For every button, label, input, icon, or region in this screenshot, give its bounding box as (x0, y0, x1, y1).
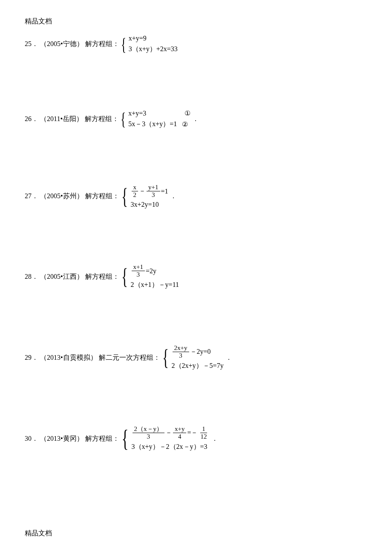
problem-26: 26． （2011•岳阳） 解方程组： { x+y=3 ① 5x－3（x+y）=… (25, 109, 367, 129)
left-brace-icon: { (162, 347, 169, 369)
fraction: x+1 3 (132, 264, 145, 278)
problem-label: 27． （2005•苏州） 解方程组： (25, 192, 119, 201)
problem-30: 30． （2013•黄冈） 解方程组： { 2（x－y） 3 － x+y 4 =… (25, 426, 367, 451)
eq-text: x+y=3 (128, 110, 146, 117)
equation-2: 3x+2y=10 (131, 201, 168, 208)
numerator: 2（x－y） (133, 426, 165, 433)
denominator: 4 (176, 433, 183, 440)
footer-text: 精品文档 (25, 529, 52, 538)
numerator: y+1 (147, 184, 160, 191)
denominator: 3 (177, 352, 184, 359)
fraction: 1 12 (199, 426, 209, 440)
numerator: x (132, 184, 138, 191)
equation-system: { x+y=3 ① 5x－3（x+y）=1 ② (119, 109, 190, 129)
fraction: x+y 4 (173, 426, 186, 440)
problem-source: （2013•自贡模拟） (40, 354, 97, 361)
left-brace-icon: { (121, 110, 126, 128)
equation-2: 3（x+y）+2x=33 (129, 45, 178, 54)
problem-number: 25 (25, 40, 32, 47)
problem-27: 27． （2005•苏州） 解方程组： { x 2 － y+1 3 =1 3x+… (25, 184, 367, 208)
equation-1: x+y=3 ① (128, 109, 190, 117)
fraction: 2x+y 3 (173, 345, 189, 359)
dot: ． (32, 273, 38, 280)
eq-text: =2y (146, 267, 156, 275)
problem-number: 30 (25, 435, 32, 442)
problem-prompt: 解方程组： (85, 115, 119, 122)
equations-group: x+1 3 =2y 2（x+1）－y=11 (131, 264, 179, 289)
numerator: x+y (173, 426, 186, 433)
problem-25: 25． （2005•宁德） 解方程组： { x+y=9 3（x+y）+2x=33 (25, 35, 367, 54)
equation-system: { 2x+y 3 －2y=0 2（2x+y）－5=7y (160, 345, 224, 370)
equations-group: 2x+y 3 －2y=0 2（2x+y）－5=7y (172, 345, 224, 370)
problem-label: 29． （2013•自贡模拟） 解二元一次方程组： (25, 353, 160, 362)
problem-prompt: 解方程组： (85, 435, 119, 442)
equation-system: { x+y=9 3（x+y）+2x=33 (119, 35, 178, 54)
fraction: 2（x－y） 3 (133, 426, 165, 440)
left-brace-icon: { (121, 266, 128, 288)
denominator: 3 (145, 433, 152, 440)
equation-2: 2（x+1）－y=11 (131, 280, 179, 289)
dot: ． (32, 40, 38, 47)
equation-2: 3（x+y）－2（2x－y）=3 (132, 442, 210, 451)
problem-source: （2005•江西） (40, 273, 84, 280)
eq-text: －2y=0 (190, 347, 211, 356)
fraction: y+1 3 (147, 184, 160, 198)
eq-text: － (139, 187, 146, 196)
problem-label: 28． （2005•江西） 解方程组： (25, 272, 119, 281)
problem-number: 28 (25, 273, 32, 280)
left-brace-icon: { (121, 35, 126, 53)
problem-number: 26 (25, 115, 32, 122)
suffix: ． (225, 353, 232, 362)
header-text: 精品文档 (25, 17, 367, 26)
equation-system: { x 2 － y+1 3 =1 3x+2y=10 (119, 184, 168, 208)
equation-system: { 2（x－y） 3 － x+y 4 =－ 1 12 3（x+y）－2（2x－y… (119, 426, 210, 451)
problem-prompt: 解二元一次方程组： (99, 354, 160, 361)
problem-label: 25． （2005•宁德） 解方程组： (25, 40, 119, 49)
dot: ． (32, 354, 38, 361)
equation-1: x 2 － y+1 3 =1 (131, 184, 168, 198)
eq-text: =－ (187, 428, 198, 437)
left-brace-icon: { (121, 185, 128, 208)
eq-text: =1 (161, 188, 168, 195)
numerator: 1 (200, 426, 207, 433)
equation-2: 5x－3（x+y）=1 ② (128, 120, 190, 129)
equations-group: x 2 － y+1 3 =1 3x+2y=10 (131, 184, 168, 208)
suffix: ． (170, 192, 177, 201)
equations-group: x+y=3 ① 5x－3（x+y）=1 ② (128, 109, 190, 129)
problem-prompt: 解方程组： (85, 192, 119, 199)
numerator: 2x+y (173, 345, 189, 352)
equations-group: x+y=9 3（x+y）+2x=33 (129, 35, 178, 54)
problem-prompt: 解方程组： (85, 40, 119, 47)
problem-29: 29． （2013•自贡模拟） 解二元一次方程组： { 2x+y 3 －2y=0… (25, 345, 367, 370)
suffix: ． (192, 115, 199, 124)
equation-1: 2（x－y） 3 － x+y 4 =－ 1 12 (132, 426, 210, 440)
fraction: x 2 (132, 184, 138, 198)
equation-1: 2x+y 3 －2y=0 (172, 345, 224, 359)
eq-text: 5x－3（x+y）=1 (128, 120, 177, 129)
problem-number: 27 (25, 192, 32, 199)
dot: ． (32, 115, 38, 122)
equations-group: 2（x－y） 3 － x+y 4 =－ 1 12 3（x+y）－2（2x－y）=… (132, 426, 210, 451)
denominator: 2 (132, 191, 138, 198)
left-brace-icon: { (121, 427, 128, 451)
problem-source: （2005•宁德） (40, 40, 84, 47)
numerator: x+1 (132, 264, 145, 271)
problem-prompt: 解方程组： (85, 273, 119, 280)
problem-source: （2013•黄冈） (40, 435, 84, 442)
equation-1: x+y=9 (129, 35, 178, 42)
problem-number: 29 (25, 354, 32, 361)
dot: ． (32, 435, 38, 442)
circle-marker: ② (182, 120, 188, 128)
suffix: ． (211, 434, 218, 443)
problem-source: （2011•岳阳） (40, 115, 83, 122)
problem-label: 30． （2013•黄冈） 解方程组： (25, 434, 119, 443)
equation-1: x+1 3 =2y (131, 264, 179, 278)
denominator: 3 (150, 191, 157, 198)
problem-28: 28． （2005•江西） 解方程组： { x+1 3 =2y 2（x+1）－y… (25, 264, 367, 289)
eq-text: － (165, 428, 172, 437)
denominator: 3 (135, 271, 142, 278)
dot: ． (32, 192, 38, 199)
denominator: 12 (199, 433, 209, 440)
equation-system: { x+1 3 =2y 2（x+1）－y=11 (119, 264, 179, 289)
equation-2: 2（2x+y）－5=7y (172, 361, 224, 370)
